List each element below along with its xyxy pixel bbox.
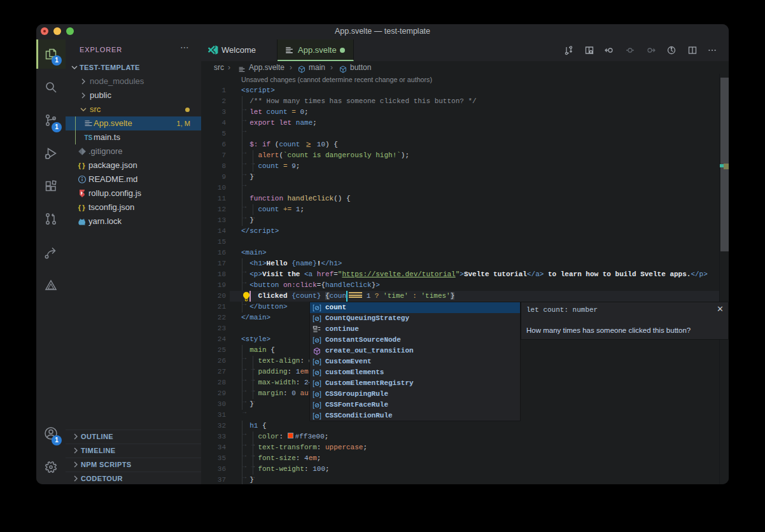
- svg-text:TS: TS: [84, 134, 92, 141]
- svg-text:{ }: { }: [78, 162, 85, 169]
- svg-text:{ }: { }: [78, 204, 85, 211]
